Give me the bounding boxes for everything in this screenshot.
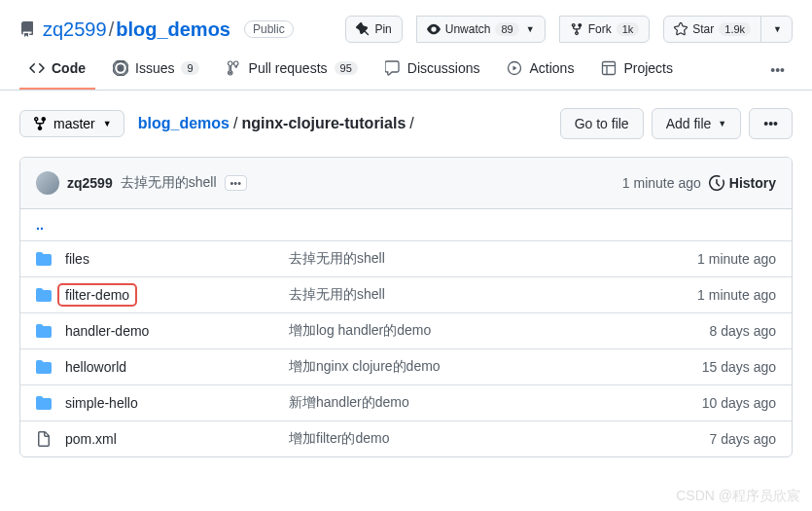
commit-message[interactable]: 去掉无用的shell bbox=[121, 174, 217, 192]
code-icon bbox=[29, 60, 45, 76]
tab-pulls[interactable]: Pull requests95 bbox=[217, 51, 368, 90]
visibility-label: Public bbox=[244, 20, 294, 38]
file-commit-msg[interactable]: 增加filter的demo bbox=[289, 430, 710, 448]
file-commit-msg[interactable]: 增加nginx clojure的demo bbox=[289, 358, 702, 376]
discussions-icon bbox=[385, 60, 401, 76]
file-link[interactable]: files bbox=[65, 251, 89, 267]
tab-issues[interactable]: Issues9 bbox=[103, 51, 209, 90]
fork-count: 1k bbox=[617, 22, 640, 36]
slash: / bbox=[109, 18, 115, 40]
star-count: 1.9k bbox=[719, 22, 751, 36]
file-time: 10 days ago bbox=[702, 395, 776, 411]
caret-icon: ▼ bbox=[103, 119, 112, 128]
file-link[interactable]: filter-demo bbox=[65, 287, 137, 303]
owner-link[interactable]: zq2599 bbox=[43, 18, 107, 40]
folder-icon bbox=[36, 395, 52, 411]
goto-file-button[interactable]: Go to file bbox=[560, 108, 644, 139]
issues-icon bbox=[113, 60, 128, 76]
repo-icon bbox=[19, 21, 35, 37]
issues-count: 9 bbox=[181, 61, 198, 75]
file-time: 8 days ago bbox=[710, 323, 777, 339]
folder-icon bbox=[36, 251, 52, 267]
table-row: simple-hello新增handler的demo10 days ago bbox=[20, 385, 792, 421]
tab-code[interactable]: Code bbox=[19, 51, 95, 90]
commit-time: 1 minute ago bbox=[622, 175, 701, 191]
file-listing: zq2599 去掉无用的shell ••• 1 minute ago Histo… bbox=[19, 157, 793, 457]
file-time: 1 minute ago bbox=[697, 251, 776, 267]
caret-icon: ▼ bbox=[526, 24, 535, 34]
folder-icon bbox=[36, 287, 52, 303]
table-row: files去掉无用的shell1 minute ago bbox=[20, 241, 792, 277]
file-link[interactable]: handler-demo bbox=[65, 323, 149, 339]
tab-discussions[interactable]: Discussions bbox=[375, 51, 490, 90]
star-button[interactable]: Star1.9k bbox=[663, 16, 761, 43]
tab-projects[interactable]: Projects bbox=[591, 51, 683, 90]
file-commit-msg[interactable]: 新增handler的demo bbox=[289, 394, 702, 412]
breadcrumb-root[interactable]: blog_demos bbox=[138, 115, 229, 131]
unwatch-button[interactable]: Unwatch89▼ bbox=[416, 16, 546, 43]
svg-point-0 bbox=[119, 66, 124, 71]
branch-select[interactable]: master▼ bbox=[19, 110, 124, 137]
parent-dir[interactable]: .. bbox=[20, 209, 792, 241]
file-time: 15 days ago bbox=[702, 359, 776, 375]
file-commit-msg[interactable]: 去掉无用的shell bbox=[289, 286, 697, 304]
file-commit-msg[interactable]: 增加log handler的demo bbox=[289, 322, 710, 340]
actions-icon bbox=[507, 60, 522, 76]
projects-icon bbox=[601, 60, 617, 76]
pin-icon bbox=[356, 22, 370, 36]
file-link[interactable]: pom.xml bbox=[65, 431, 117, 447]
pr-icon bbox=[227, 60, 242, 76]
star-dropdown[interactable]: ▼ bbox=[760, 16, 793, 43]
watch-count: 89 bbox=[495, 22, 518, 36]
fork-icon bbox=[570, 22, 583, 36]
file-link[interactable]: helloworld bbox=[65, 359, 126, 375]
history-icon bbox=[709, 175, 724, 191]
file-link[interactable]: simple-hello bbox=[65, 395, 138, 411]
eye-icon bbox=[427, 22, 441, 36]
star-icon bbox=[674, 22, 688, 36]
breadcrumb-current: nginx-clojure-tutorials bbox=[241, 115, 406, 131]
table-row: filter-demo去掉无用的shell1 minute ago bbox=[20, 277, 792, 313]
table-row: pom.xml增加filter的demo7 days ago bbox=[20, 421, 792, 456]
caret-icon: ▼ bbox=[718, 119, 726, 128]
folder-icon bbox=[36, 323, 52, 339]
history-link[interactable]: History bbox=[709, 175, 776, 191]
caret-icon: ▼ bbox=[773, 24, 782, 34]
file-time: 1 minute ago bbox=[697, 287, 776, 303]
pulls-count: 95 bbox=[335, 61, 358, 75]
table-row: handler-demo增加log handler的demo8 days ago bbox=[20, 313, 792, 349]
pin-button[interactable]: Pin bbox=[345, 16, 402, 43]
fork-button[interactable]: Fork1k bbox=[559, 16, 651, 43]
branch-icon bbox=[32, 116, 48, 131]
file-icon bbox=[36, 431, 52, 447]
table-row: helloworld增加nginx clojure的demo15 days ag… bbox=[20, 349, 792, 385]
folder-icon bbox=[36, 359, 52, 375]
tabs-overflow[interactable]: ••• bbox=[762, 55, 793, 86]
file-time: 7 days ago bbox=[710, 431, 777, 447]
svg-rect-2 bbox=[603, 62, 616, 75]
breadcrumb: blog_demos/nginx-clojure-tutorials/ bbox=[138, 115, 418, 132]
avatar[interactable] bbox=[36, 171, 59, 195]
repo-link[interactable]: blog_demos bbox=[116, 18, 230, 40]
more-button[interactable]: ••• bbox=[749, 108, 793, 139]
tab-actions[interactable]: Actions bbox=[497, 51, 583, 90]
commit-author[interactable]: zq2599 bbox=[67, 175, 113, 191]
commit-expand[interactable]: ••• bbox=[225, 175, 248, 191]
file-commit-msg[interactable]: 去掉无用的shell bbox=[289, 250, 697, 268]
add-file-button[interactable]: Add file▼ bbox=[652, 108, 742, 139]
